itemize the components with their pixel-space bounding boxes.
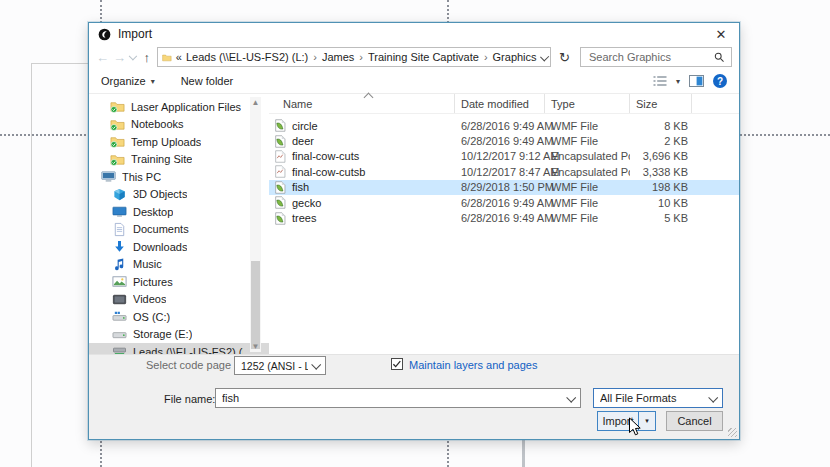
sidebar-item-desktop[interactable]: Desktop	[89, 203, 269, 221]
address-bar[interactable]: « Leads (\\EL-US-FS2) (L:) › James › Tra…	[157, 47, 551, 67]
breadcrumb-james[interactable]: James	[322, 51, 354, 63]
sidebar-item-label: Documents	[133, 223, 189, 235]
breadcrumb-graphics[interactable]: Graphics	[493, 51, 537, 63]
file-row-deer[interactable]: deer 6/28/2016 9:49 AM WMF File 2 KB	[269, 133, 739, 148]
object-outline-vertical	[31, 63, 32, 467]
scroll-up-icon[interactable]: ▲	[250, 97, 261, 108]
file-name: fish	[292, 181, 309, 193]
refresh-icon[interactable]: ↻	[555, 50, 574, 65]
sidebar-item-notebooks[interactable]: Notebooks	[89, 116, 269, 134]
column-header-size[interactable]: Size	[630, 94, 692, 113]
breadcrumb-separator: ›	[358, 51, 364, 63]
file-size: 2 KB	[630, 135, 692, 147]
wmf-file-icon	[274, 119, 287, 132]
file-row-circle[interactable]: circle 6/28/2016 9:49 AM WMF File 8 KB	[269, 118, 739, 133]
resize-grip[interactable]	[728, 428, 737, 437]
folder-sync-icon	[110, 117, 125, 132]
column-header-name[interactable]: Name	[269, 94, 455, 113]
scrollbar-thumb[interactable]	[251, 261, 260, 349]
breadcrumb-drive[interactable]: Leads (\\EL-US-FS2) (L:)	[186, 51, 308, 63]
title-bar[interactable]: Import ✕	[89, 23, 739, 45]
wmf-file-icon	[274, 212, 287, 225]
file-size: 8 KB	[630, 120, 692, 132]
sidebar-item-laser-application-files[interactable]: Laser Application Files	[89, 98, 269, 116]
import-button[interactable]: Import ▾	[597, 411, 656, 431]
video-icon	[112, 292, 127, 307]
forward-icon[interactable]: →	[113, 51, 126, 64]
wmf-file-icon	[274, 196, 287, 209]
file-date: 6/28/2016 9:49 AM	[455, 212, 545, 224]
music-note-icon	[112, 257, 127, 272]
close-icon[interactable]: ✕	[712, 27, 730, 42]
file-date: 8/29/2018 1:50 PM	[455, 181, 545, 193]
eps-file-icon	[274, 165, 287, 178]
toolbar-right-group: ▾ ?	[653, 74, 727, 88]
sidebar-item-downloads[interactable]: Downloads	[89, 238, 269, 256]
file-format-select[interactable]: All File Formats	[593, 388, 723, 408]
sidebar-item-training-site[interactable]: Training Site	[89, 151, 269, 169]
sidebar-item-temp-uploads[interactable]: Temp Uploads	[89, 133, 269, 151]
back-icon[interactable]: ←	[96, 51, 109, 64]
app-canvas: Import ✕ ← → ↑ « Leads (\\EL-US-FS2) (L:…	[0, 0, 830, 467]
preview-pane-icon[interactable]	[689, 75, 704, 87]
breadcrumb-overflow[interactable]: «	[176, 51, 182, 63]
sidebar-scrollbar[interactable]: ▲ ▼	[250, 97, 261, 352]
file-name: final-cow-cutsb	[292, 166, 365, 178]
picture-icon	[112, 274, 127, 289]
sidebar-item-storage-e[interactable]: Storage (E:)	[89, 326, 269, 344]
navigation-sidebar: Laser Application Files Notebooks Temp U…	[89, 94, 269, 354]
view-options-chevron-icon[interactable]: ▾	[676, 77, 680, 86]
file-rows: circle 6/28/2016 9:49 AM WMF File 8 KB d…	[269, 114, 739, 226]
file-type: WMF File	[545, 181, 630, 193]
sidebar-item-leads-drive[interactable]: Leads (\\EL-US-FS2) (L:)	[89, 343, 269, 354]
file-type: Encapsulated Post...	[545, 150, 630, 162]
organize-button[interactable]: Organize ▾	[101, 75, 155, 87]
sidebar-item-3d-objects[interactable]: 3D Objects	[89, 186, 269, 204]
sidebar-item-videos[interactable]: Videos	[89, 291, 269, 309]
chevron-down-icon	[566, 392, 576, 402]
recent-locations-chevron-icon[interactable]	[129, 52, 137, 60]
file-name-label: File name:	[164, 393, 215, 405]
new-folder-button[interactable]: New folder	[181, 75, 234, 87]
sidebar-item-os-c[interactable]: OS (C:)	[89, 308, 269, 326]
code-page-value: 1252 (ANSI - Latin I)	[241, 360, 308, 372]
cancel-button[interactable]: Cancel	[666, 411, 723, 431]
help-icon[interactable]: ?	[713, 74, 727, 88]
file-name-input[interactable]	[216, 392, 563, 404]
checkmark-icon	[391, 358, 403, 370]
import-dialog: Import ✕ ← → ↑ « Leads (\\EL-US-FS2) (L:…	[88, 22, 740, 440]
sidebar-item-documents[interactable]: Documents	[89, 221, 269, 239]
sidebar-item-music[interactable]: Music	[89, 256, 269, 274]
scroll-down-icon[interactable]: ▼	[250, 341, 261, 352]
breadcrumb-separator: ›	[312, 51, 318, 63]
maintain-layers-label[interactable]: Maintain layers and pages	[409, 359, 537, 371]
code-page-select[interactable]: 1252 (ANSI - Latin I)	[234, 356, 326, 375]
sidebar-item-this-pc[interactable]: This PC	[89, 168, 269, 186]
view-list-icon[interactable]	[653, 75, 667, 87]
search-input[interactable]	[587, 50, 714, 64]
breadcrumb-training-site-captivate[interactable]: Training Site Captivate	[368, 51, 479, 63]
file-row-final-cow-cuts[interactable]: final-cow-cuts 10/12/2017 9:12 AM Encaps…	[269, 149, 739, 164]
up-icon[interactable]: ↑	[144, 50, 151, 65]
file-name: deer	[292, 135, 314, 147]
file-list-pane: Name Date modified Type Size circle 6/28…	[269, 94, 739, 354]
file-row-gecko[interactable]: gecko 6/28/2016 9:49 AM WMF File 10 KB	[269, 195, 739, 210]
new-folder-label: New folder	[181, 75, 234, 87]
page-edge-line	[522, 436, 525, 467]
address-dropdown-chevron-icon[interactable]	[540, 52, 549, 61]
sidebar-item-label: Videos	[133, 293, 166, 305]
file-name-combo[interactable]	[215, 388, 581, 408]
search-box[interactable]	[580, 47, 732, 67]
file-row-trees[interactable]: trees 6/28/2016 9:49 AM WMF File 5 KB	[269, 210, 739, 225]
maintain-layers-checkbox[interactable]	[391, 358, 403, 370]
sidebar-item-pictures[interactable]: Pictures	[89, 273, 269, 291]
file-size: 198 KB	[630, 181, 692, 193]
file-row-fish-selected[interactable]: fish 8/29/2018 1:50 PM WMF File 198 KB	[269, 180, 739, 195]
file-name: trees	[292, 212, 316, 224]
file-size: 5 KB	[630, 212, 692, 224]
column-header-type[interactable]: Type	[545, 94, 630, 113]
wmf-file-icon	[274, 181, 287, 194]
sidebar-item-label: Training Site	[131, 153, 192, 165]
column-header-date-modified[interactable]: Date modified	[455, 94, 545, 113]
file-row-final-cow-cutsb[interactable]: final-cow-cutsb 10/12/2017 8:47 AM Encap…	[269, 164, 739, 179]
